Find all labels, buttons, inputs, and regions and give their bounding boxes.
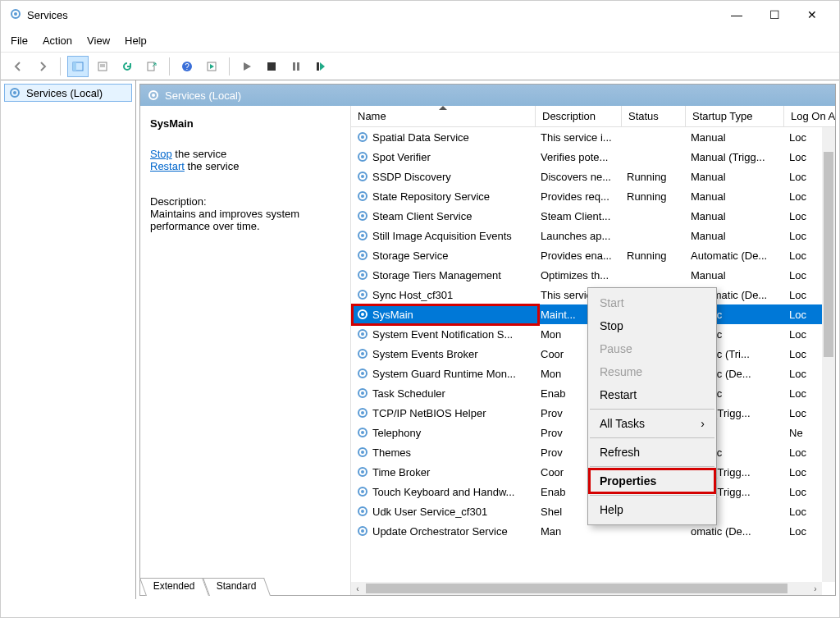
play-button[interactable] [236, 56, 258, 77]
gear-icon [356, 170, 369, 183]
ctx-all-tasks[interactable]: All Tasks› [590, 412, 714, 435]
menu-bar: File Action View Help [1, 29, 839, 52]
service-logon: Loc [784, 446, 819, 459]
service-name: Spot Verifier [372, 151, 431, 163]
service-row[interactable]: Storage Tiers ManagementOptimizes th...M… [351, 265, 835, 285]
tree-item-services-local[interactable]: Services (Local) [4, 84, 132, 102]
service-name: Storage Service [372, 249, 449, 262]
menu-file[interactable]: File [11, 34, 28, 47]
service-logon: Ne [784, 427, 819, 439]
gear-icon [356, 524, 369, 538]
restart-link[interactable]: Restart [150, 160, 185, 172]
service-name: Storage Tiers Management [372, 269, 501, 282]
stop-button[interactable] [261, 56, 282, 77]
service-status: Running [622, 171, 686, 183]
ctx-refresh[interactable]: Refresh [590, 441, 714, 464]
service-desc: Discovers ne... [536, 171, 622, 183]
gear-icon [356, 130, 369, 144]
chevron-right-icon: › [701, 417, 705, 430]
show-hide-tree-button[interactable] [67, 56, 89, 77]
svg-point-23 [361, 135, 364, 139]
restart-button[interactable] [310, 56, 331, 77]
svg-point-43 [361, 332, 364, 336]
service-status: Running [622, 249, 686, 262]
tab-standard[interactable]: Standard [203, 578, 271, 596]
scroll-left-icon[interactable]: ‹ [351, 582, 364, 595]
service-name: Steam Client Service [372, 210, 472, 222]
service-name: Update Orchestrator Service [372, 525, 508, 538]
selected-service-name: SysMain [150, 117, 342, 130]
pause-button[interactable] [285, 56, 307, 77]
col-startup[interactable]: Startup Type [686, 106, 784, 126]
gear-icon [356, 387, 369, 400]
svg-point-51 [361, 411, 364, 414]
ctx-help[interactable]: Help [590, 498, 714, 521]
help-button[interactable]: ? [176, 56, 198, 77]
svg-point-25 [361, 155, 364, 158]
col-name[interactable]: Name [351, 106, 536, 126]
description-text: Maintains and improves system performanc… [150, 208, 342, 232]
service-name: SysMain [372, 309, 413, 321]
service-desc: Launches ap... [536, 230, 622, 242]
svg-marker-11 [210, 64, 214, 69]
service-desc: Man [536, 525, 622, 538]
stop-link-line: Stop the service [150, 148, 342, 160]
gear-icon [356, 367, 369, 380]
export-button[interactable] [141, 56, 162, 77]
scroll-right-icon[interactable]: › [809, 582, 822, 595]
service-startup: omatic (De... [686, 525, 784, 538]
detail-pane: SysMain Stop the service Restart the ser… [140, 106, 350, 595]
service-status: Running [622, 190, 686, 203]
refresh-button[interactable] [116, 56, 138, 77]
menu-action[interactable]: Action [43, 34, 72, 47]
action-pane-button[interactable] [201, 56, 222, 77]
ctx-restart[interactable]: Restart [590, 383, 714, 406]
service-logon: Loc [784, 269, 819, 282]
service-logon: Loc [784, 151, 819, 163]
menu-help[interactable]: Help [125, 34, 147, 47]
ctx-properties[interactable]: Properties [590, 469, 714, 492]
service-row[interactable]: State Repository ServiceProvides req...R… [351, 186, 835, 206]
col-description[interactable]: Description [536, 106, 622, 126]
window-title: Services [27, 9, 718, 21]
service-row[interactable]: Steam Client ServiceSteam Client...Manua… [351, 206, 835, 226]
service-row[interactable]: Storage ServiceProvides ena...RunningAut… [351, 245, 835, 265]
svg-rect-15 [297, 62, 299, 71]
close-button[interactable]: ✕ [793, 2, 831, 27]
service-name: Telephony [372, 427, 421, 439]
maximize-button[interactable]: ☐ [756, 2, 793, 27]
gear-icon [356, 446, 369, 459]
menu-view[interactable]: View [87, 34, 110, 47]
back-button[interactable] [7, 56, 29, 77]
svg-rect-7 [148, 62, 154, 71]
service-name: SSDP Discovery [372, 171, 451, 183]
horizontal-scrollbar[interactable]: ‹ › [351, 582, 822, 595]
gear-icon [147, 89, 160, 102]
service-row[interactable]: Spatial Data ServiceThis service i...Man… [351, 127, 835, 147]
tree-pane: Services (Local) [1, 80, 136, 599]
svg-point-53 [361, 431, 364, 434]
service-row[interactable]: Spot VerifierVerifies pote...Manual (Tri… [351, 147, 835, 167]
grid-header: Name Description Status Startup Type Log… [351, 106, 835, 127]
service-desc: Provides req... [536, 190, 622, 203]
stop-link[interactable]: Stop [150, 148, 172, 160]
tab-extended[interactable]: Extended [139, 578, 209, 596]
svg-rect-13 [267, 62, 276, 71]
properties-button[interactable] [92, 56, 113, 77]
ctx-stop[interactable]: Stop [590, 314, 714, 337]
forward-button[interactable] [32, 56, 53, 77]
service-row[interactable]: Still Image Acquisition EventsLaunches a… [351, 226, 835, 245]
col-status[interactable]: Status [622, 106, 686, 126]
vertical-scrollbar[interactable] [822, 127, 835, 582]
service-name: Time Broker [372, 466, 430, 478]
col-logon[interactable]: Log On As [784, 106, 819, 126]
service-startup: Manual [686, 210, 784, 222]
svg-point-1 [14, 12, 17, 16]
svg-point-21 [152, 94, 155, 97]
service-row[interactable]: SSDP DiscoveryDiscovers ne...RunningManu… [351, 167, 835, 186]
service-startup: Manual [686, 269, 784, 282]
service-name: Still Image Acquisition Events [372, 230, 512, 242]
minimize-button[interactable]: — [718, 2, 756, 27]
service-startup: Manual [686, 131, 784, 144]
svg-point-47 [361, 372, 364, 375]
